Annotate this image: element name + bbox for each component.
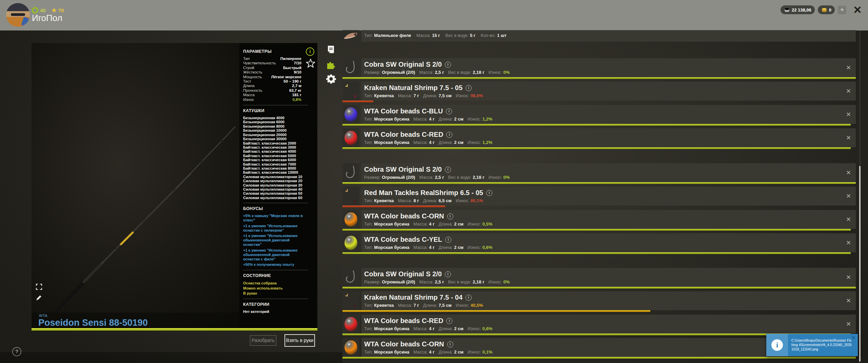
param-label: Длина: [243, 84, 255, 88]
wear-label: Износ:: [468, 116, 481, 122]
divider: [243, 270, 308, 270]
wear-value: 1,2%: [482, 116, 493, 122]
gear-icon[interactable]: [326, 74, 336, 84]
take-in-hands-button[interactable]: Взять в руки: [284, 334, 315, 347]
inventory-item-row-partial[interactable]: Тип:Маленькое филе Масса:15 г Вес в воде…: [342, 30, 856, 42]
remove-item-button[interactable]: ✕: [846, 64, 851, 71]
hook-icon: [345, 165, 357, 180]
state-item: Можно использовать: [243, 286, 314, 291]
reels-header: КАТУШКИ: [243, 108, 314, 113]
bead-icon: [344, 212, 357, 227]
bonus-item: +1 к умению "Использование оснастки с пи…: [243, 224, 307, 233]
inventory-item-row[interactable]: Kraken Natural Shrimp 7.5 - 04 i Тип:Кре…: [342, 291, 856, 312]
player-avatar[interactable]: [6, 3, 30, 27]
help-icon[interactable]: ?: [12, 347, 21, 356]
state-item: В руках: [243, 291, 314, 296]
wear-label: Износ:: [456, 198, 469, 203]
notes-icon[interactable]: [327, 45, 335, 55]
item-name: WTA Color beads C-YEL: [364, 236, 442, 243]
stat-label: Тип:: [364, 326, 373, 331]
stat-value: 7 г: [413, 303, 419, 308]
edit-pencil-icon[interactable]: [36, 295, 42, 301]
remove-item-button[interactable]: ✕: [846, 111, 851, 118]
item-stats: Размер:Огромный (2/0)Масса:2,5 гВес в во…: [364, 70, 514, 75]
remove-item-button[interactable]: ✕: [846, 216, 851, 223]
stat-value: Креветка: [374, 93, 394, 98]
stat-value: 2 см: [454, 116, 463, 122]
item-info-icon[interactable]: i: [445, 271, 451, 277]
durability-bar: [342, 357, 856, 359]
item-info-icon[interactable]: i: [445, 62, 451, 68]
inventory-item-row[interactable]: Red Man Tackles RealShrimp 6.5 - 05 i Ти…: [342, 187, 856, 207]
remove-item-button[interactable]: ✕: [846, 274, 851, 281]
remove-item-button[interactable]: ✕: [846, 297, 851, 304]
stat-value: Морская бусина: [374, 349, 409, 355]
inventory-item-row[interactable]: Cobra SW Original S 2/0 i Размер:Огромны…: [342, 163, 856, 184]
remove-item-button[interactable]: ✕: [846, 87, 851, 95]
param-value: 181 г: [292, 93, 301, 97]
notification-close-icon[interactable]: ✕: [851, 336, 855, 340]
remove-item-button[interactable]: ✕: [846, 169, 851, 176]
stat-value: 4 г: [429, 245, 434, 250]
wear-value: 0%: [503, 175, 510, 180]
hook-icon: [345, 270, 357, 285]
inventory-item-row[interactable]: Cobra SW Original S 2/0 i Размер:Огромны…: [342, 58, 856, 79]
stat-value: 1 шт: [497, 33, 507, 38]
item-info-icon[interactable]: i: [486, 190, 492, 196]
item-info-icon[interactable]: i: [306, 47, 314, 56]
item-info-icon[interactable]: i: [445, 237, 451, 243]
item-info-icon[interactable]: i: [447, 341, 453, 347]
remove-item-button[interactable]: ✕: [846, 192, 851, 200]
item-info-icon[interactable]: i: [446, 108, 452, 114]
stat-label: Вес в воде:: [448, 175, 472, 180]
reel-item: Силовая мультипликаторная 40: [243, 187, 314, 191]
item-info-icon[interactable]: i: [446, 132, 452, 138]
param-row: Чувствительность7/10: [243, 61, 301, 65]
expand-icon[interactable]: [36, 283, 42, 290]
item-thumbnail: [342, 233, 359, 252]
bead-icon: [344, 340, 357, 355]
item-info-icon[interactable]: i: [466, 85, 472, 91]
shrimp-blue-icon: [343, 83, 359, 99]
puzzle-icon[interactable]: [326, 59, 336, 69]
inventory-item-row[interactable]: WTA Color beads C-RED i Тип:Морская буси…: [342, 315, 856, 335]
inventory-item-row[interactable]: Cobra SW Original S 2/0 i Размер:Огромны…: [342, 268, 856, 289]
remove-item-button[interactable]: ✕: [846, 134, 851, 142]
inventory-group: Cobra SW Original S 2/0 i Размер:Огромны…: [342, 58, 856, 152]
stat-label: Длина:: [423, 198, 437, 203]
scrollbar-thumb[interactable]: [859, 166, 861, 362]
remove-item-button[interactable]: ✕: [846, 320, 851, 328]
inventory-item-row[interactable]: WTA Color beads C-YEL i Тип:Морская буси…: [342, 233, 856, 254]
item-info-icon[interactable]: i: [446, 318, 452, 324]
param-row: Прочность63,7 кг: [243, 88, 301, 93]
stat-label: Длина:: [439, 116, 453, 122]
durability-bar: [342, 182, 856, 184]
stat-label: Длина:: [439, 245, 453, 250]
item-info-icon[interactable]: i: [447, 213, 453, 219]
reel-item: Безынерционная 4000: [243, 116, 314, 120]
stat-value: 2 см: [454, 245, 463, 250]
inventory-item-row[interactable]: WTA Color beads C-ORN i Тип:Морская буси…: [342, 210, 856, 231]
disassemble-button[interactable]: Разобрать: [250, 335, 276, 346]
reel-item: Байткаст. классическая 5000: [243, 154, 314, 158]
inventory-item-row[interactable]: Kraken Natural Shrimp 7.5 - 05 i Тип:Кре…: [342, 82, 856, 102]
inventory-item-row[interactable]: WTA Color beads C-RED i Тип:Морская буси…: [342, 128, 856, 149]
wear-label: Износ:: [468, 245, 481, 250]
stat-label: Размер:: [364, 279, 380, 284]
stat-value: 4 г: [429, 140, 434, 145]
reel-item: Байткаст. классическая 3000: [243, 145, 314, 149]
param-row: Масса181 г: [243, 93, 301, 97]
state-header: СОСТОЯНИЕ: [243, 273, 314, 278]
screenshot-notification[interactable]: i C:\Users\Игорь\Documents\Russian Fishi…: [766, 334, 858, 356]
item-body: Cobra SW Original S 2/0 i Размер:Огромны…: [361, 58, 856, 77]
stat-value: 2 см: [454, 349, 463, 355]
item-info-icon[interactable]: i: [445, 167, 451, 173]
favorite-star-icon[interactable]: [305, 58, 316, 68]
stat-label: Длина:: [423, 93, 437, 98]
reel-item: Силовая мультипликаторная 30: [243, 183, 314, 187]
remove-item-button[interactable]: ✕: [846, 239, 851, 247]
stat-label: Масса:: [419, 70, 433, 75]
reel-item: Безынерционная 10000: [243, 128, 314, 132]
item-info-icon[interactable]: i: [466, 295, 472, 301]
inventory-item-row[interactable]: WTA Color beads C-BLU i Тип:Морская буси…: [342, 105, 856, 126]
